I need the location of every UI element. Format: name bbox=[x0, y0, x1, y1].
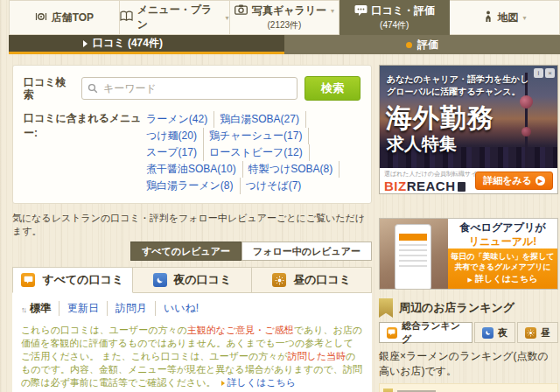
tab-label: 店舗TOP bbox=[52, 10, 94, 25]
ad-subheadline: 求人特集 bbox=[387, 132, 457, 156]
following-reviewers-button[interactable]: フォロー中のレビュアー bbox=[242, 242, 372, 261]
sort-visited[interactable]: 訪問月 bbox=[107, 301, 155, 316]
app-banner-line1: 食べログアプリが bbox=[448, 220, 557, 234]
ranking-item[interactable]: 銀座 篝 (ラーメン、つけ麺) ★★★★★ 3.76 [ 口コミ 474 件 ] bbox=[379, 383, 558, 392]
search-icon bbox=[88, 83, 98, 94]
menu-keyword-link[interactable]: 鶏白湯ラーメン(8) bbox=[146, 178, 241, 194]
play-icon bbox=[536, 176, 545, 186]
app-banner-line3: 毎日の「美味しい」を探して bbox=[448, 251, 557, 262]
tab-label: 昼の口コミ bbox=[293, 272, 351, 288]
app-banner-line2: リニューアル! bbox=[448, 234, 557, 248]
nearby-ranking-header: 周辺のお店ランキング bbox=[379, 298, 558, 318]
speech-icon bbox=[354, 4, 368, 18]
chevron-down-icon: ▾ bbox=[523, 14, 527, 22]
sort-standard[interactable]: 標準 bbox=[30, 301, 59, 316]
menu-keyword-link[interactable]: ローストビーフ(12) bbox=[209, 144, 310, 161]
tab-night-ranking[interactable]: 夜 bbox=[474, 322, 515, 343]
brand-biz: BIZ bbox=[384, 178, 407, 193]
tab-label: 地図 bbox=[498, 10, 519, 25]
tab-shop-top[interactable]: 店舗TOP bbox=[9, 0, 120, 35]
subnav-label: 口コミ (474件) bbox=[93, 36, 163, 51]
tab-reviews[interactable]: 口コミ・評価 (474件) bbox=[340, 0, 450, 35]
tab-all-reviews[interactable]: すべての口コミ bbox=[12, 267, 133, 293]
tab-night-reviews[interactable]: 夜の口コミ bbox=[133, 267, 253, 293]
sun-icon bbox=[525, 327, 536, 339]
phone-screen bbox=[395, 224, 431, 289]
ad-close-icon[interactable]: × bbox=[545, 68, 555, 78]
ad-copy: あなたのキャリア・語学力を生かし グローバルに活躍するチャンス。 bbox=[387, 74, 529, 98]
tab-menu-plan[interactable]: メニュー・プラン ▾ bbox=[120, 0, 230, 35]
sort-icon bbox=[21, 303, 30, 315]
ranking-title: 周辺のお店ランキング bbox=[399, 300, 514, 316]
ad-brand-strip: 選ばれた人だけの会員制転職サイト BIZREACH 詳細をみる bbox=[380, 168, 557, 193]
subnav-label: 評価 bbox=[417, 38, 438, 52]
arrow-right-icon bbox=[83, 40, 88, 47]
menu-keyword-link[interactable]: 特製つけSOBA(8) bbox=[248, 161, 340, 178]
menu-keyword-links: ラーメン(42)鶏白湯SOBA(27)つけ麺(20)鶏チャーシュー(17)スープ… bbox=[146, 111, 360, 194]
menu-keyword-link[interactable]: スープ(17) bbox=[146, 144, 204, 161]
sort-bar: 標準 更新日 訪問月 いいね! bbox=[21, 301, 363, 316]
menu-keyword-link[interactable]: 煮干醤油SOBA(10) bbox=[146, 161, 243, 178]
tab-label: メニュー・プラン bbox=[137, 3, 221, 32]
tab-count: (2123件) bbox=[268, 19, 302, 32]
tab-overall-ranking[interactable]: 総合ランキング bbox=[379, 322, 472, 343]
tab-label: 総合ランキング bbox=[402, 319, 465, 346]
search-button[interactable]: 検索 bbox=[304, 76, 360, 101]
tab-map[interactable]: 地図 ▾ bbox=[450, 0, 560, 35]
menu-keywords-label: 口コミに含まれるメニュー: bbox=[24, 111, 146, 194]
app-banner-line4: 共有できるグルメアプリに bbox=[448, 262, 557, 272]
tab-photo-gallery[interactable]: 写真ギャラリー ▾ (2123件) bbox=[230, 0, 340, 35]
follow-note: 気になるレストランの口コミ・評判をフォロー中レビュアーごとにご覧いただけます。 bbox=[12, 212, 372, 238]
tab-label: 昼 bbox=[541, 326, 550, 340]
disclaimer-part: これらの口コミは、ユーザーの方々の bbox=[21, 325, 187, 335]
menu-keyword-link[interactable]: 鶏チャーシュー(17) bbox=[209, 128, 309, 144]
tab-day-reviews[interactable]: 昼の口コミ bbox=[252, 267, 372, 293]
sort-updated[interactable]: 更新日 bbox=[59, 301, 107, 316]
menu-keyword-link[interactable]: ラーメン(42) bbox=[146, 111, 214, 128]
menu-keyword-link[interactable]: つけ麺(20) bbox=[146, 128, 204, 144]
first-place-medal-icon bbox=[383, 388, 393, 392]
menu-keyword-link[interactable]: つけそば(7) bbox=[246, 178, 308, 194]
sidebar: あなたのキャリア・語学力を生かし グローバルに活躍するチャンス。 海外勤務 求人… bbox=[379, 65, 558, 392]
job-ad-banner[interactable]: あなたのキャリア・語学力を生かし グローバルに活躍するチャンス。 海外勤務 求人… bbox=[379, 65, 558, 194]
ad-photo: あなたのキャリア・語学力を生かし グローバルに活躍するチャンス。 海外勤務 求人… bbox=[380, 66, 557, 168]
disclaimer-text: これらの口コミは、ユーザーの方々の主観的なご意見・ご感想であり、お店の価値を客観… bbox=[21, 324, 363, 389]
speech-icon bbox=[387, 327, 397, 339]
search-label: 口コミ検索 bbox=[24, 76, 74, 101]
app-banner-cta[interactable]: 詳しくはこちら bbox=[448, 274, 557, 285]
tab-label: 口コミ・評価 bbox=[372, 4, 436, 18]
person-icon bbox=[483, 10, 494, 25]
page: 店舗TOP メニュー・プラン ▾ 写真ギャラリー ▾ (2123件) 口コミ・評… bbox=[0, 0, 560, 392]
brand-mark-icon bbox=[458, 182, 466, 192]
ad-line2: グローバルに活躍するチャンス。 bbox=[387, 86, 529, 98]
ranking-description: 銀座×ラーメンのランキング(点数の高いお店)です。 bbox=[379, 349, 558, 379]
tab-label: 写真ギャラリー bbox=[252, 4, 326, 18]
reviewer-filter: すべてのレビュアー フォロー中のレビュアー bbox=[12, 242, 372, 261]
review-search-box: 口コミ検索 検索 口コミに含まれるメニュー: ラーメン(42)鶏白湯SOBA(2… bbox=[12, 65, 372, 204]
ad-headline: 海外勤務 bbox=[386, 101, 494, 136]
disclaimer-highlight: 訪問した当時 bbox=[287, 351, 346, 361]
menu-keyword-link[interactable]: 鶏白湯SOBA(27) bbox=[220, 111, 306, 128]
sort-like[interactable]: いいね! bbox=[155, 301, 206, 316]
tab-label: 夜の口コミ bbox=[174, 272, 232, 288]
all-reviewers-button[interactable]: すべてのレビュアー bbox=[130, 242, 242, 261]
sub-navigation: 口コミ (474件) 評価 bbox=[9, 35, 560, 54]
subnav-kuchikomi[interactable]: 口コミ (474件) bbox=[9, 35, 284, 54]
subnav-hyoka[interactable]: 評価 bbox=[284, 35, 560, 54]
ad-cta-button[interactable]: 詳細をみる bbox=[475, 172, 553, 190]
tab-label: すべての口コミ bbox=[42, 272, 123, 288]
main-column: 口コミ検索 検索 口コミに含まれるメニュー: ラーメン(42)鶏白湯SOBA(2… bbox=[12, 65, 372, 392]
app-promo-banner[interactable]: 食べログアプリが リニューアル! 毎日の「美味しい」を探して 共有できるグルメア… bbox=[379, 218, 558, 290]
ad-info-icon[interactable]: i bbox=[534, 68, 543, 78]
tab-day-ranking[interactable]: 昼 bbox=[517, 322, 558, 343]
moon-icon bbox=[153, 273, 167, 287]
chevron-down-icon: ▾ bbox=[226, 14, 229, 22]
ranking-tabs: 総合ランキング 夜 昼 bbox=[379, 322, 558, 343]
ad-cta-label: 詳細をみる bbox=[483, 174, 532, 187]
review-list-panel: 標準 更新日 訪問月 いいね! これらの口コミは、ユーザーの方々の主観的なご意見… bbox=[12, 293, 372, 392]
camera-icon bbox=[234, 4, 248, 18]
disclaimer-more-link[interactable]: 詳しくはこちら bbox=[216, 377, 297, 388]
disclaimer-highlight: 主観的なご意見・ご感想 bbox=[187, 325, 294, 335]
speech-icon bbox=[21, 273, 35, 287]
keyword-input[interactable] bbox=[81, 77, 298, 100]
